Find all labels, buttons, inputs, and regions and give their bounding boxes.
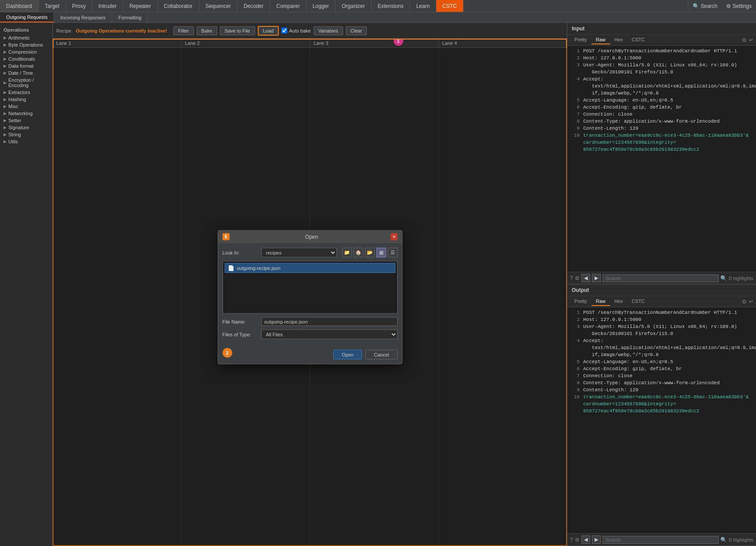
files-of-type-row: Files of Type: All Files <box>223 329 398 339</box>
nav-next-button[interactable]: ▶ <box>592 274 601 282</box>
tab-incoming-responses[interactable]: Incoming Responses <box>54 12 112 22</box>
nav-intruder[interactable]: Intruder <box>92 0 123 12</box>
save-to-file-button[interactable]: Save to File <box>220 26 255 35</box>
tab-outgoing-requests[interactable]: Outgoing Requests <box>0 12 54 22</box>
toolbar-details-view[interactable]: ☰ <box>388 248 398 257</box>
sidebar-item-misc[interactable]: ▶Misc <box>0 103 52 110</box>
variables-button[interactable]: Variables <box>314 26 343 35</box>
output-tab-cstc[interactable]: CSTC <box>627 297 649 306</box>
lane-1-header: Lane 1 <box>53 39 182 47</box>
nav-comparer[interactable]: Comparer <box>270 0 306 12</box>
output-tab-hex[interactable]: Hex <box>610 297 628 306</box>
arrow-icon: ▶ <box>4 71 7 75</box>
search-input[interactable] <box>603 274 719 282</box>
settings-icon[interactable]: ⚙ <box>575 537 580 543</box>
toolbar-home[interactable]: 🏠 <box>354 248 363 257</box>
file-browser[interactable]: 📄 outgoing-recipe.json <box>223 261 398 313</box>
input-code-area: 1POST /searchByTransactionNumberAndCardn… <box>567 46 756 272</box>
dialog-toolbar: 📁 🏠 📂 ▦ ☰ <box>342 248 398 257</box>
settings-icon[interactable]: ⚙ <box>575 275 580 281</box>
file-name-input[interactable] <box>261 317 398 326</box>
auto-bake-checkbox-wrap[interactable]: Auto bake <box>281 28 311 33</box>
output-search-icon[interactable]: 🔍 <box>720 537 727 543</box>
nav-logger[interactable]: Logger <box>307 0 336 12</box>
sidebar-item-conditionals[interactable]: ▶Conditionals <box>0 55 52 62</box>
bake-button[interactable]: Bake <box>197 26 217 35</box>
arrow-icon: ▶ <box>4 111 7 116</box>
dialog-close-button[interactable]: ✕ <box>391 233 398 240</box>
dialog-footer: 2 Open Cancel <box>218 347 402 364</box>
input-tab-raw[interactable]: Raw <box>592 36 610 44</box>
dialog-cancel-button[interactable]: Cancel <box>365 349 397 359</box>
nav-sequencer[interactable]: Sequencer <box>199 0 237 12</box>
nav-learn[interactable]: Learn <box>410 0 436 12</box>
tab-formatting[interactable]: Formatting <box>112 12 148 22</box>
arrow-icon: ▶ <box>4 118 7 123</box>
wrap-icon[interactable]: ↵ <box>749 37 753 43</box>
sidebar-item-encryption-encoding[interactable]: ▶Encryption / Encoding <box>0 76 52 89</box>
nav-search[interactable]: 🔍 Search <box>688 1 722 11</box>
output-search-input[interactable] <box>603 536 719 544</box>
toolbar-new-folder[interactable]: 📂 <box>365 248 375 257</box>
nav-cstc[interactable]: CSTC <box>436 0 464 12</box>
input-tab-hex[interactable]: Hex <box>610 36 628 44</box>
search-icon[interactable]: 🔍 <box>720 275 727 281</box>
sidebar-item-compression[interactable]: ▶Compression <box>0 48 52 55</box>
wrap-icon[interactable]: ↵ <box>749 298 753 305</box>
clear-button[interactable]: Clear <box>346 26 367 35</box>
sidebar-item-utils[interactable]: ▶Utils <box>0 138 52 145</box>
output-search-bar: ? ⚙ ◀ ▶ 🔍 0 highlights <box>567 533 756 546</box>
open-dialog: $ Open ✕ Look In: recipes <box>218 230 402 364</box>
nav-decoder[interactable]: Decoder <box>237 0 270 12</box>
nav-collaborator[interactable]: Collaborator <box>158 0 199 12</box>
nav-right: 🔍 Search ⚙ Settings <box>688 1 756 11</box>
toolbar-list-view[interactable]: ▦ <box>376 248 386 257</box>
nav-dashboard[interactable]: Dashboard <box>0 0 39 12</box>
sidebar-item-arithmetic[interactable]: ▶Arithmetic <box>0 34 52 41</box>
output-nav-next-button[interactable]: ▶ <box>592 535 601 544</box>
look-in-select[interactable]: recipes <box>261 248 337 257</box>
filter-button[interactable]: Filter <box>173 26 194 35</box>
copy-icon[interactable]: ⧉ <box>742 37 746 43</box>
lanes-content-area: $ Open ✕ Look In: recipes <box>53 48 567 546</box>
output-nav-prev-button[interactable]: ◀ <box>581 535 590 544</box>
sidebar-item-date-time[interactable]: ▶Date / Time <box>0 69 52 76</box>
help-icon[interactable]: ? <box>570 537 573 543</box>
input-tab-icons: ⧉ ↵ <box>742 37 753 43</box>
load-button[interactable]: Load <box>258 26 279 36</box>
dialog-title-bar: $ Open ✕ <box>218 230 402 243</box>
sidebar-item-signature[interactable]: ▶Signature <box>0 124 52 131</box>
nav-extensions[interactable]: Extensions <box>372 0 410 12</box>
nav-proxy[interactable]: Proxy <box>66 0 92 12</box>
sidebar-item-byte-operations[interactable]: ▶Byte Operations <box>0 41 52 48</box>
auto-bake-checkbox[interactable] <box>281 28 287 33</box>
nav-prev-button[interactable]: ◀ <box>581 274 590 282</box>
file-item[interactable]: 📄 outgoing-recipe.json <box>225 263 395 273</box>
output-tab-raw[interactable]: Raw <box>592 297 610 306</box>
input-search-bar: ? ⚙ ◀ ▶ 🔍 0 highlights <box>567 272 756 284</box>
toolbar-folder-up[interactable]: 📁 <box>342 248 352 257</box>
dialog-open-button[interactable]: Open <box>333 349 362 359</box>
help-icon[interactable]: ? <box>570 275 573 281</box>
input-tab-pretty[interactable]: Pretty <box>570 36 592 44</box>
nav-settings[interactable]: ⚙ Settings <box>722 1 756 11</box>
sidebar-item-data-format[interactable]: ▶Data format <box>0 62 52 69</box>
files-of-type-select[interactable]: All Files <box>261 329 398 339</box>
input-tab-row: Pretty Raw Hex CSTC ⧉ ↵ <box>567 35 756 46</box>
sidebar-item-hashing[interactable]: ▶Hashing <box>0 96 52 103</box>
input-tab-cstc[interactable]: CSTC <box>627 36 649 44</box>
output-tab-pretty[interactable]: Pretty <box>570 297 592 306</box>
nav-organizer[interactable]: Organizer <box>336 0 372 12</box>
output-header: Output <box>567 284 756 296</box>
sidebar-item-setter[interactable]: ▶Setter <box>0 117 52 124</box>
file-icon: 📄 <box>228 265 234 271</box>
sidebar-item-string[interactable]: ▶String <box>0 131 52 138</box>
sidebar-item-extractors[interactable]: ▶Extractors <box>0 89 52 96</box>
copy-icon[interactable]: ⧉ <box>742 298 746 305</box>
nav-repeater[interactable]: Repeater <box>123 0 157 12</box>
output-tab-icons: ⧉ ↵ <box>742 298 753 305</box>
sidebar-item-networking[interactable]: ▶Networking <box>0 110 52 117</box>
nav-target[interactable]: Target <box>39 0 66 12</box>
dialog-body: Look In: recipes 📁 🏠 📂 ▦ ☰ <box>218 243 402 347</box>
arrow-icon: ▶ <box>4 43 7 47</box>
